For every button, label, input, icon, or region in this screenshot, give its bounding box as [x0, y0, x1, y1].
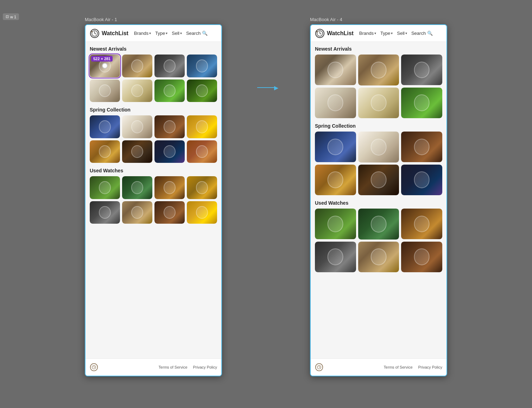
watch-image — [122, 140, 152, 163]
logo-1[interactable]: WatchList — [90, 28, 128, 38]
watch-item[interactable] — [315, 165, 356, 196]
used-row4-2 — [315, 242, 442, 273]
logo-4[interactable]: WatchList — [315, 28, 354, 38]
svg-line-3 — [95, 33, 96, 34]
nav-type-4[interactable]: Type▾ — [380, 31, 393, 36]
logo-text-1: WatchList — [102, 30, 128, 37]
drag-handle[interactable] — [102, 63, 108, 69]
svg-line-8 — [94, 367, 95, 368]
watch-image — [401, 88, 442, 118]
footer-terms-1[interactable]: Terms of Service — [159, 365, 188, 369]
arrivals-row-1: 522 × 281 — [90, 55, 217, 77]
nav-sell-1[interactable]: Sell▾ — [172, 31, 182, 36]
footer-logo-1 — [90, 363, 98, 371]
arrivals-row4-1 — [315, 55, 442, 85]
watch-item[interactable] — [154, 55, 185, 77]
window-label-4: MacBook Air - 4 — [310, 17, 447, 22]
watch-item[interactable] — [401, 55, 442, 85]
nav-search-1[interactable]: Search 🔍 — [186, 31, 208, 36]
arrow-head: ▶ — [274, 84, 278, 91]
watch-item[interactable] — [90, 201, 120, 224]
watch-item[interactable] — [315, 209, 356, 240]
watch-item[interactable] — [358, 132, 399, 162]
watch-item[interactable] — [154, 79, 185, 102]
watch-item[interactable] — [358, 165, 399, 196]
watch-item[interactable] — [90, 79, 120, 102]
watch-image — [122, 79, 152, 102]
watch-item[interactable] — [187, 140, 217, 163]
watch-item[interactable] — [187, 201, 217, 224]
watch-item[interactable] — [401, 242, 442, 273]
watch-item[interactable] — [315, 242, 356, 273]
footer-terms-4[interactable]: Terms of Service — [384, 365, 413, 369]
nav-brands-4[interactable]: Brands▾ — [359, 31, 376, 36]
watch-item[interactable] — [401, 209, 442, 240]
watch-item[interactable] — [154, 176, 185, 199]
watch-image — [154, 201, 185, 224]
nav-brands-1[interactable]: Brands▾ — [134, 31, 151, 36]
watch-item[interactable] — [187, 79, 217, 102]
footer-privacy-1[interactable]: Privacy Policy — [193, 365, 217, 369]
nav-sell-4[interactable]: Sell▾ — [397, 31, 407, 36]
watch-image — [358, 55, 399, 85]
watch-image — [122, 55, 152, 77]
spring-row-2 — [90, 140, 217, 163]
watch-item[interactable] — [401, 165, 442, 196]
used-row4-1 — [315, 209, 442, 240]
watch-item[interactable] — [90, 140, 120, 163]
watch-item[interactable] — [187, 176, 217, 199]
watch-image — [358, 88, 399, 119]
spring-row-1 — [90, 115, 217, 138]
watch-item[interactable] — [315, 88, 356, 119]
watch-image — [90, 176, 120, 199]
watch-image — [315, 55, 356, 85]
section-spring-1: Spring Collection — [90, 107, 217, 163]
watch-item[interactable] — [187, 115, 217, 138]
watch-item[interactable] — [122, 140, 152, 163]
watch-item[interactable] — [154, 201, 185, 224]
window-tab-1[interactable]: ⊡ w 1 — [3, 13, 19, 20]
watch-item[interactable] — [122, 115, 152, 138]
watch-item[interactable] — [315, 55, 356, 85]
watch-item[interactable]: 522 × 281 — [90, 55, 120, 77]
watch-item[interactable] — [90, 176, 120, 199]
watch-item[interactable] — [122, 55, 152, 77]
watch-item[interactable] — [187, 55, 217, 77]
nav-type-1[interactable]: Type▾ — [155, 31, 167, 36]
nav-search-4[interactable]: Search 🔍 — [411, 31, 433, 36]
arrow-line: ▶ — [257, 87, 275, 88]
tab-icon: ⊡ — [6, 14, 9, 19]
section-title-newest-1: Newest Arrivals — [90, 46, 217, 52]
watch-item[interactable] — [401, 132, 442, 162]
arrivals-row4-2 — [315, 88, 442, 119]
watch-item[interactable] — [122, 176, 152, 199]
watch-item[interactable] — [315, 132, 356, 162]
watch-item[interactable] — [90, 115, 120, 138]
watch-item[interactable] — [154, 115, 185, 138]
section-newest-4: Newest Arrivals — [315, 46, 442, 118]
footer-links-4: Terms of Service Privacy Policy — [384, 365, 442, 369]
watch-item[interactable] — [122, 201, 152, 224]
tab-label: w 1 — [10, 15, 16, 19]
used-row-2 — [90, 201, 217, 224]
watch-item[interactable] — [358, 242, 399, 273]
svg-line-12 — [320, 33, 321, 34]
watch-item[interactable] — [401, 88, 442, 119]
watch-item[interactable] — [154, 140, 185, 163]
footer-links-1: Terms of Service Privacy Policy — [159, 365, 217, 369]
footer-privacy-4[interactable]: Privacy Policy — [418, 365, 442, 369]
navbar-4: WatchList Brands▾ Type▾ Sell▾ S — [311, 25, 446, 42]
watch-item[interactable] — [358, 209, 399, 240]
window-label-1: MacBook Air - 1 — [85, 17, 222, 22]
watch-item[interactable] — [358, 55, 399, 85]
svg-point-13 — [316, 31, 318, 32]
used-row-1 — [90, 176, 217, 199]
watch-item[interactable] — [358, 88, 399, 119]
watch-image — [358, 132, 399, 162]
watch-image — [401, 132, 442, 162]
watch-image — [122, 201, 152, 224]
watch-image — [90, 201, 120, 224]
svg-line-17 — [319, 367, 320, 368]
watch-item[interactable] — [122, 79, 152, 102]
desktop: ⊡ w 1 MacBook Air - 1 — [0, 0, 532, 408]
